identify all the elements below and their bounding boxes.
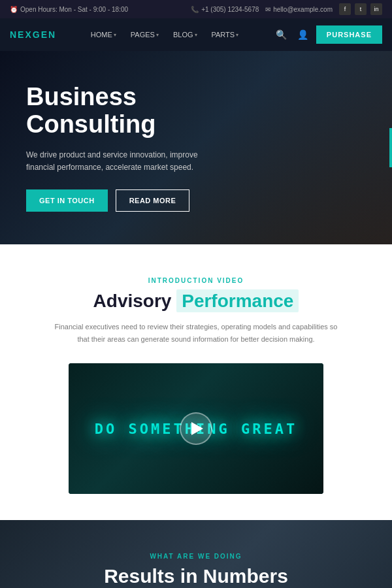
twitter-icon[interactable]: t [355,3,367,15]
purchase-button[interactable]: PURSHASE [316,25,382,44]
blog-dropdown-icon: ▾ [195,32,197,38]
facebook-icon[interactable]: f [339,3,351,15]
hours-info: ⏰ Open Hours: Mon - Sat - 9:00 - 18:00 [10,6,128,13]
hero-section: Business Consulting We drive product and… [0,51,392,244]
intro-description: Financial executives need to review thei… [52,321,340,345]
logo[interactable]: NEXGEN [10,29,56,40]
navbar: NEXGEN HOME ▾ PAGES ▾ BLOG ▾ PARTS ▾ 🔍 👤… [0,18,392,51]
intro-section-label: INTRODUCTION VIDEO [13,277,379,284]
numbers-content: WHAT ARE WE DOING Results in Numbers 128… [13,553,379,588]
user-button[interactable]: 👤 [295,27,311,42]
hero-side-accent [389,128,392,167]
hero-content: Business Consulting We drive product and… [26,84,366,212]
top-bar: ⏰ Open Hours: Mon - Sat - 9:00 - 18:00 📞… [0,0,392,18]
logo-suffix: GEN [33,29,56,40]
nav-home[interactable]: HOME ▾ [84,25,123,44]
clock-icon: ⏰ [10,6,18,13]
nav-links: HOME ▾ PAGES ▾ BLOG ▾ PARTS ▾ [84,25,245,44]
play-icon [191,422,203,435]
phone-link[interactable]: 📞 +1 (305) 1234-5678 [191,6,259,13]
email-icon: ✉ [265,6,270,13]
parts-dropdown-icon: ▾ [236,32,238,38]
pages-dropdown-icon: ▾ [156,32,159,38]
home-dropdown-icon: ▾ [114,32,116,38]
numbers-section-label: WHAT ARE WE DOING [13,553,379,560]
numbers-title: Results in Numbers [13,565,379,587]
logo-prefix: NEX [10,29,33,40]
search-button[interactable]: 🔍 [273,27,289,42]
get-in-touch-button[interactable]: GET IN TOUCH [26,189,108,212]
top-bar-right: 📞 +1 (305) 1234-5678 ✉ hello@example.com… [191,3,382,15]
hero-title: Business Consulting [26,84,235,139]
play-button[interactable] [180,412,212,445]
social-icons: f t in [339,3,382,15]
email-link[interactable]: ✉ hello@example.com [265,6,333,13]
nav-parts[interactable]: PARTS ▾ [205,25,246,44]
hero-description: We drive product and service innovation,… [26,149,209,174]
numbers-section: WHAT ARE WE DOING Results in Numbers 128… [0,520,392,588]
video-container[interactable]: DO SOMETHING GREAT [69,363,323,494]
read-more-button[interactable]: READ MORE [116,189,190,212]
phone-icon: 📞 [191,6,199,13]
nav-icons: 🔍 👤 PURSHASE [273,25,382,44]
intro-title: Advisory Performance [13,291,379,312]
hero-buttons: GET IN TOUCH READ MORE [26,189,366,212]
top-bar-left: ⏰ Open Hours: Mon - Sat - 9:00 - 18:00 [10,6,128,13]
intro-section: INTRODUCTION VIDEO Advisory Performance … [0,244,392,520]
nav-pages[interactable]: PAGES ▾ [124,25,165,44]
nav-blog[interactable]: BLOG ▾ [167,25,204,44]
linkedin-icon[interactable]: in [370,3,382,15]
